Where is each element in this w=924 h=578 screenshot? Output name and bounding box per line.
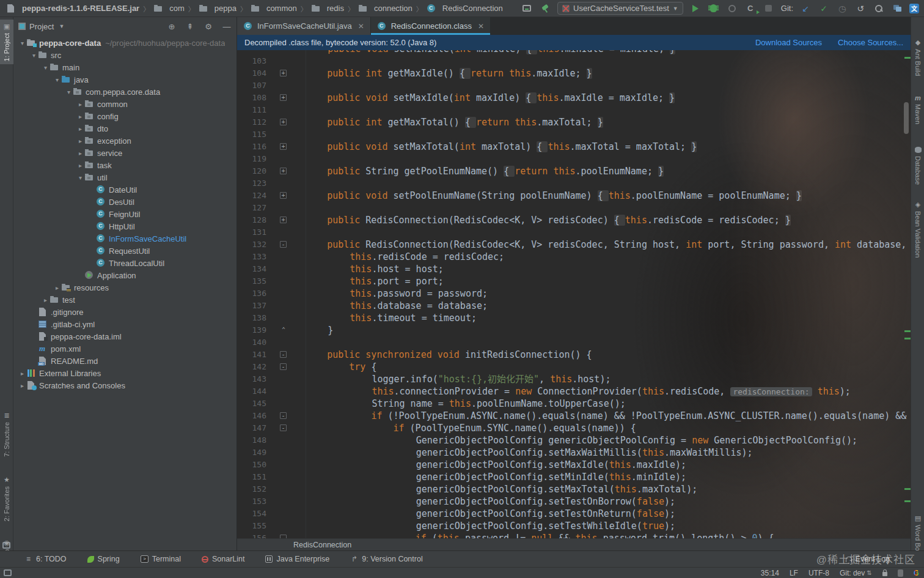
tree-row[interactable]: ▸task	[13, 159, 237, 171]
tree-row[interactable]: ▸common	[13, 98, 237, 110]
fold-marker-icon[interactable]: -	[280, 241, 287, 248]
project-view-selector[interactable]: Project ▼	[18, 22, 64, 31]
tree-chevron-icon[interactable]: ▸	[53, 284, 61, 291]
locate-file-icon[interactable]: ⊕	[167, 21, 177, 31]
breadcrumb-item[interactable]: common	[249, 4, 298, 13]
tree-row[interactable]: .gitlab-ci.yml	[13, 318, 237, 330]
fold-marker-icon[interactable]: +	[280, 192, 287, 199]
encoding-indicator[interactable]: UTF-8	[809, 569, 829, 577]
readonly-lock-icon[interactable]	[882, 572, 887, 576]
tree-row[interactable]: InFormSaveCacheUtil	[13, 232, 237, 245]
tree-chevron-icon[interactable]: ▸	[18, 370, 26, 377]
profiler-button[interactable]: C	[744, 2, 757, 15]
fold-marker-icon[interactable]: ⌃	[280, 324, 287, 336]
memory-indicator-icon[interactable]	[898, 569, 903, 577]
tree-row[interactable]: ▸External Libraries	[13, 367, 237, 379]
toolwindow-button-vcs[interactable]: ↱9: Version Control	[350, 555, 422, 563]
breadcrumb-item[interactable]: peppa	[197, 4, 238, 13]
fold-marker-icon[interactable]: -	[280, 535, 287, 538]
git-update-icon[interactable]: ↙	[799, 2, 812, 15]
editor-scrollbar[interactable]	[904, 102, 909, 134]
stripe-item-ant-build[interactable]: ◆Ant Build	[911, 35, 924, 79]
tree-chevron-icon[interactable]: ▸	[76, 138, 84, 144]
project-structure-icon[interactable]	[891, 2, 903, 15]
tree-chevron-icon[interactable]: ▸	[18, 382, 26, 389]
stripe-item-maven[interactable]: mMaven	[911, 91, 924, 127]
toolwindow-switcher-icon[interactable]	[4, 569, 12, 576]
tree-chevron-icon[interactable]: ▸	[76, 101, 84, 108]
tree-row[interactable]: HttpUtil	[13, 220, 237, 232]
breadcrumb-item[interactable]: connection	[357, 4, 414, 13]
tree-row[interactable]: DateUtil	[13, 183, 237, 196]
tree-row[interactable]: ▸Scratches and Consoles	[13, 379, 237, 391]
terminal-window-icon[interactable]	[521, 2, 533, 15]
translate-plugin-icon[interactable]: 文	[909, 4, 919, 13]
tree-chevron-icon[interactable]: ▾	[65, 89, 73, 95]
tree-row[interactable]: ▸test	[13, 294, 237, 306]
tree-row[interactable]: ▾com.peppa.core.data	[13, 86, 237, 98]
tree-row[interactable]: pom.xml	[13, 343, 237, 355]
tree-row[interactable]: ▾src	[13, 49, 237, 61]
tree-chevron-icon[interactable]: ▾	[42, 64, 50, 71]
history-icon[interactable]: ◷	[836, 2, 848, 15]
tree-row[interactable]: RequestUtil	[13, 245, 237, 257]
debug-button[interactable]	[708, 2, 720, 15]
tree-row[interactable]: ▾java	[13, 73, 237, 86]
build-hammer-icon[interactable]	[539, 2, 551, 15]
breadcrumb-item[interactable]: RedisConnection	[425, 4, 504, 13]
caret-position[interactable]: 35:14	[761, 569, 779, 577]
fold-marker-icon[interactable]: +	[280, 119, 287, 125]
tree-row[interactable]: peppa-core-data.iml	[13, 330, 237, 343]
git-commit-icon[interactable]: ✓	[818, 2, 830, 15]
tree-row[interactable]: ▾main	[13, 61, 237, 73]
fold-marker-icon[interactable]: -	[280, 351, 287, 358]
tree-row[interactable]: FeignUtil	[13, 208, 237, 220]
fold-marker-icon[interactable]: -	[280, 363, 287, 370]
tree-row[interactable]: Application	[13, 269, 237, 281]
line-ending-indicator[interactable]: LF	[790, 569, 798, 577]
stripe-item-bean-validation[interactable]: ◈Bean Validation	[911, 198, 924, 261]
git-branch-widget[interactable]: Git: dev ⇅	[840, 569, 872, 577]
toolwindow-button-spring[interactable]: Spring	[87, 555, 120, 563]
tree-row[interactable]: ThreadLocalUtil	[13, 257, 237, 269]
editor-tab[interactable]: InFormSaveCacheUtil.java✕	[237, 17, 371, 35]
tree-chevron-icon[interactable]: ▸	[76, 162, 84, 169]
fold-marker-icon[interactable]: +	[280, 168, 287, 174]
tree-chevron-icon[interactable]: ▾	[53, 76, 61, 83]
fold-marker-icon[interactable]: +	[280, 217, 287, 223]
fold-marker-icon[interactable]: +	[280, 94, 287, 101]
toolwindow-button-terminal[interactable]: >Terminal	[141, 555, 181, 563]
fold-marker-icon[interactable]: -	[280, 412, 287, 419]
tree-chevron-icon[interactable]: ▸	[42, 297, 50, 303]
run-button[interactable]	[689, 2, 702, 15]
tree-chevron-icon[interactable]: ▾	[30, 52, 38, 59]
stripe-item-1-project[interactable]: ▣1: Project	[0, 20, 13, 64]
tab-close-icon[interactable]: ✕	[358, 22, 364, 31]
tree-chevron-icon[interactable]: ▸	[76, 113, 84, 120]
breadcrumb-item[interactable]: redis	[310, 4, 345, 13]
coverage-button[interactable]	[726, 2, 738, 15]
tree-chevron-icon[interactable]: ▸	[76, 150, 84, 157]
fold-marker-icon[interactable]: +	[280, 70, 287, 76]
tree-row[interactable]: ▾peppa-core-data~/project/huohua/peppa-c…	[13, 37, 237, 49]
editor-breadcrumb[interactable]: RedisConnection	[237, 538, 911, 550]
toolwindow-button-jee[interactable]: Java Enterprise	[265, 555, 329, 563]
tree-row[interactable]: README.md	[13, 355, 237, 367]
tree-chevron-icon[interactable]: ▾	[76, 174, 84, 181]
stripe-item-database[interactable]: Database	[911, 143, 924, 188]
tree-row[interactable]: ▸resources	[13, 281, 237, 294]
tree-row[interactable]: .gitignore	[13, 306, 237, 318]
stripe-item-2-favorites[interactable]: ★2: Favorites	[0, 473, 13, 524]
tree-row[interactable]: ▸exception	[13, 135, 237, 147]
code-viewport[interactable]: public void setMinIdle(int minIdle) { th…	[237, 50, 911, 538]
run-configuration-select[interactable]: UserCacheServiceTest.test ▼	[557, 2, 683, 15]
tree-chevron-icon[interactable]: ▸	[76, 125, 84, 132]
banner-link[interactable]: Download Sources	[755, 38, 822, 47]
search-everywhere-icon[interactable]	[873, 2, 885, 15]
tree-row[interactable]: ▸dto	[13, 122, 237, 135]
fold-marker-icon[interactable]: -	[280, 424, 287, 431]
collapse-all-icon[interactable]: ⇞	[185, 21, 195, 31]
tree-row[interactable]: ▸config	[13, 110, 237, 122]
breadcrumb-item[interactable]: peppa-redis-1.1.6-RELEASE.jar	[5, 4, 141, 13]
banner-link[interactable]: Choose Sources...	[838, 38, 903, 47]
